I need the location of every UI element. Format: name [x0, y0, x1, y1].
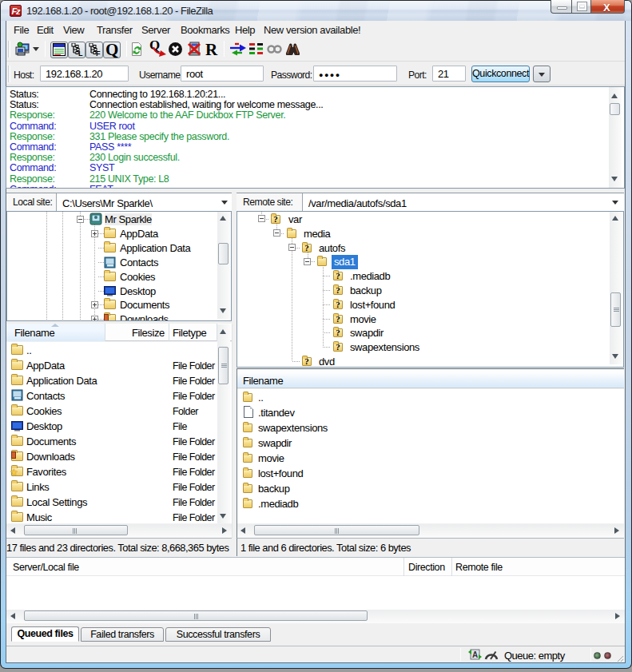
- svg-text:A: A: [472, 650, 478, 659]
- svg-text:F: F: [96, 50, 101, 57]
- svg-text:L: L: [78, 50, 83, 57]
